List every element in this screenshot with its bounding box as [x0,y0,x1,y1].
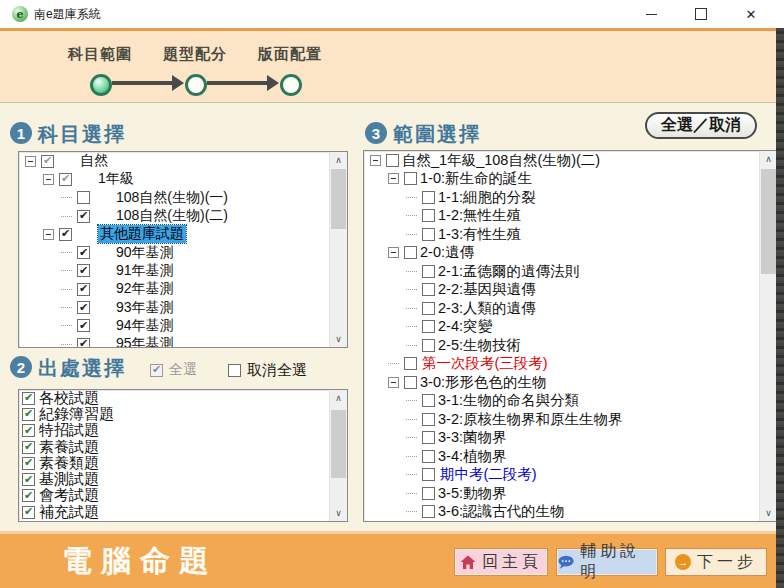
scrollbar-thumb[interactable] [331,410,346,478]
tree-checkbox[interactable] [422,394,435,407]
tree-checkbox[interactable] [77,246,90,259]
expand-toggle-icon[interactable] [388,247,399,258]
tree-checkbox[interactable] [422,468,435,481]
tree-item-label[interactable]: 93年基測 [116,299,174,317]
tree-item-label[interactable]: 3-1:生物的命名與分類 [438,391,579,410]
expand-toggle-icon[interactable] [406,271,417,272]
tree-item-label[interactable]: 3-3:菌物界 [438,428,507,447]
expand-toggle-icon[interactable] [388,363,399,364]
tree-checkbox[interactable] [41,155,54,168]
subject-tree-item[interactable]: 92年基測 [19,280,347,298]
tree-checkbox[interactable] [422,302,435,315]
subject-tree-item[interactable]: 93年基測 [19,298,347,316]
tree-checkbox[interactable] [422,505,435,518]
tree-item-label[interactable]: 1-1:細胞的分裂 [438,188,536,207]
select-all-checkbox[interactable]: 全選 [150,361,197,379]
subject-tree-item[interactable]: 91年基測 [19,262,347,280]
tree-checkbox[interactable] [422,431,435,444]
source-checkbox[interactable] [22,408,35,421]
expand-toggle-icon[interactable] [406,419,417,420]
source-checkbox[interactable] [22,424,35,437]
expand-toggle-icon[interactable] [406,437,417,438]
expand-toggle-icon[interactable] [406,400,417,401]
range-tree-item[interactable]: 1-1:細胞的分裂 [364,188,777,207]
tree-checkbox[interactable] [77,264,90,277]
tree-item-label[interactable]: 92年基測 [116,280,174,298]
expand-toggle-icon[interactable] [406,456,417,457]
range-tree-item[interactable]: 2-4:突變 [364,318,777,337]
expand-toggle-icon[interactable] [406,308,417,309]
tree-checkbox[interactable] [422,283,435,296]
scroll-up-icon[interactable]: ∧ [760,151,777,167]
help-button[interactable]: 輔助說明 [557,549,657,575]
expand-toggle-icon[interactable] [388,173,399,184]
expand-toggle-icon[interactable] [406,289,417,290]
tree-checkbox[interactable] [422,487,435,500]
tree-checkbox[interactable] [422,339,435,352]
expand-toggle-icon[interactable] [43,174,54,185]
tree-checkbox[interactable] [404,246,417,259]
scroll-up-icon[interactable]: ∧ [330,390,347,406]
scroll-down-icon[interactable]: ∨ [330,505,347,521]
tree-item-label[interactable]: 1-0:新生命的誕生 [420,169,532,188]
expand-toggle-icon[interactable] [406,215,417,216]
tree-item-label[interactable]: 自然 [80,152,108,170]
tree-item-label[interactable]: 2-1:孟德爾的遺傳法則 [438,262,579,281]
tree-item-label[interactable]: 95年基測 [116,335,174,348]
subject-tree-item[interactable]: 90年基測 [19,243,347,261]
source-list-item[interactable]: 基測試題 [19,471,347,487]
range-tree-item[interactable]: 1-2:無性生殖 [364,207,777,226]
step-circle-icon[interactable] [280,74,302,96]
expand-toggle-icon[interactable] [61,252,72,253]
tree-item-label[interactable]: 自然_1年級_108自然(生物)(二) [402,151,600,170]
source-checkbox[interactable] [22,392,35,405]
tree-checkbox[interactable] [422,209,435,222]
tree-item-label[interactable]: 3-5:動物界 [438,484,507,503]
tree-checkbox[interactable] [422,228,435,241]
maximize-button[interactable] [676,0,726,28]
deselect-all-checkbox[interactable]: 取消全選 [228,361,307,380]
tree-item-label[interactable]: 1-3:有性生殖 [438,225,521,244]
source-list-item[interactable]: 各校試題 [19,390,347,406]
range-tree-item[interactable]: 3-6:認識古代的生物 [364,503,777,522]
source-list-item[interactable]: 紀錄簿習題 [19,406,347,422]
tree-item-label[interactable]: 1年級 [98,170,134,188]
source-checkbox[interactable] [22,457,35,470]
tree-checkbox[interactable] [77,301,90,314]
expand-toggle-icon[interactable] [61,289,72,290]
tree-item-label[interactable]: 108自然(生物)(二) [116,207,228,225]
close-button[interactable]: ✕ [726,0,776,28]
range-tree-item[interactable]: 第一次段考(三段考) [364,355,777,374]
tree-checkbox[interactable] [404,357,417,370]
expand-toggle-icon[interactable] [406,493,417,494]
subject-tree-item[interactable]: 108自然(生物)(二) [19,207,347,225]
tree-item-label[interactable]: 2-4:突變 [438,317,492,336]
tree-item-label[interactable]: 91年基測 [116,262,174,280]
expand-toggle-icon[interactable] [61,270,72,271]
source-checkbox[interactable] [22,441,35,454]
home-button[interactable]: 回主頁 [455,549,547,575]
tree-checkbox[interactable] [422,265,435,278]
source-list-item[interactable]: 素養試題 [19,439,347,455]
tree-checkbox[interactable] [77,338,90,348]
range-tree-item[interactable]: 1-0:新生命的誕生 [364,170,777,189]
tree-checkbox[interactable] [77,319,90,332]
expand-toggle-icon[interactable] [406,345,417,346]
deselect-all-checkbox-box[interactable] [228,364,241,377]
expand-toggle-icon[interactable] [406,511,417,512]
source-list-item[interactable]: 特招試題 [19,423,347,439]
tree-checkbox[interactable] [404,172,417,185]
expand-toggle-icon[interactable] [61,197,72,198]
scroll-down-icon[interactable]: ∨ [760,505,777,521]
range-tree-item[interactable]: 3-2:原核生物界和原生生物界 [364,410,777,429]
expand-toggle-icon[interactable] [61,344,72,345]
expand-toggle-icon[interactable] [61,307,72,308]
tree-checkbox[interactable] [77,283,90,296]
range-tree-item[interactable]: 2-3:人類的遺傳 [364,299,777,318]
expand-toggle-icon[interactable] [61,325,72,326]
range-tree-item[interactable]: 自然_1年級_108自然(生物)(二) [364,151,777,170]
expand-toggle-icon[interactable] [406,234,417,235]
expand-toggle-icon[interactable] [406,197,417,198]
range-tree-item[interactable]: 2-2:基因與遺傳 [364,281,777,300]
subject-tree-scrollbar[interactable]: ∧ ∨ [329,152,347,347]
